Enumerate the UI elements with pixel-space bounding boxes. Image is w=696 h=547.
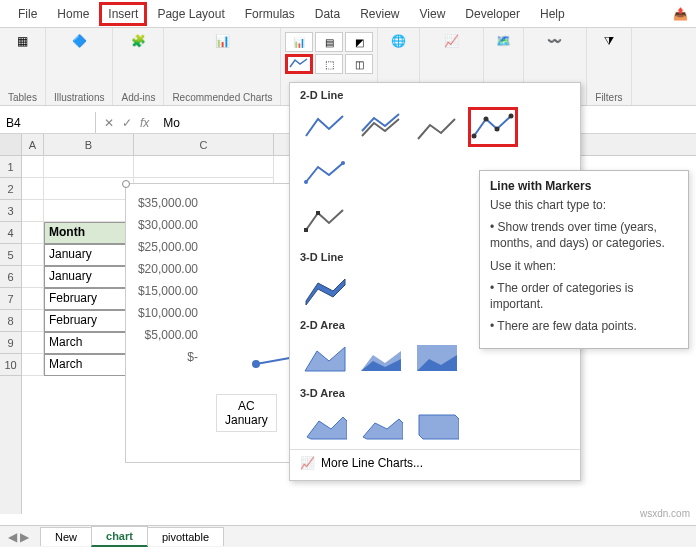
tab-view[interactable]: View xyxy=(410,2,456,26)
tab-insert[interactable]: Insert xyxy=(99,2,147,26)
addins-button[interactable]: 🧩 xyxy=(127,32,150,50)
col-header[interactable]: A xyxy=(22,134,44,155)
month-cell[interactable]: January xyxy=(44,244,134,266)
tables-button[interactable]: ▦ xyxy=(13,32,32,50)
stacked-line-option[interactable] xyxy=(356,107,406,147)
name-box[interactable]: B4 xyxy=(0,112,96,133)
svg-point-5 xyxy=(509,114,514,119)
group-recommended: 📊 Recommended Charts xyxy=(164,28,281,105)
month-header-cell[interactable]: Month xyxy=(44,222,134,244)
recommended-charts-button[interactable]: 📊 xyxy=(211,32,234,50)
row-headers: 1 2 3 4 5 6 7 8 9 10 xyxy=(0,134,22,514)
confirm-icon[interactable]: ✓ xyxy=(122,116,132,130)
stacked-area-option[interactable] xyxy=(356,337,406,377)
line-chart-icon xyxy=(289,57,309,71)
globe-icon: 🌐 xyxy=(391,34,406,48)
100-stacked-line-option[interactable] xyxy=(412,107,462,147)
3d-stacked-area-option[interactable] xyxy=(356,405,406,445)
maps-button[interactable]: 🌐 xyxy=(387,32,410,50)
table-icon: ▦ xyxy=(17,34,28,48)
area-chart-option[interactable] xyxy=(300,337,350,377)
chart-legend: AC January xyxy=(216,394,277,432)
pivotchart-button[interactable]: 📈 xyxy=(440,32,463,50)
row-header[interactable]: 3 xyxy=(0,200,21,222)
addin-icon: 🧩 xyxy=(131,34,146,48)
group-illustrations: 🔷 Illustrations xyxy=(46,28,114,105)
month-cell[interactable]: March xyxy=(44,332,134,354)
map3d-icon: 🗺️ xyxy=(496,34,511,48)
sheet-nav-icons[interactable]: ◀ ▶ xyxy=(8,530,29,544)
sheet-tab-chart[interactable]: chart xyxy=(91,526,148,547)
tab-review[interactable]: Review xyxy=(350,2,409,26)
row-header[interactable]: 10 xyxy=(0,354,21,376)
section-3d-area: 3-D Area xyxy=(290,381,580,401)
tooltip-bullet: • There are few data points. xyxy=(490,318,678,334)
group-filters: ⧩ Filters xyxy=(587,28,631,105)
combo-chart-button[interactable]: ◫ xyxy=(345,54,373,74)
illustrations-button[interactable]: 🔷 xyxy=(68,32,91,50)
month-cell[interactable]: March xyxy=(44,354,134,376)
pivot-icon: 📈 xyxy=(444,34,459,48)
row-header[interactable]: 6 xyxy=(0,266,21,288)
row-header[interactable]: 9 xyxy=(0,332,21,354)
tab-file[interactable]: File xyxy=(8,2,47,26)
100-stacked-markers-option[interactable] xyxy=(300,201,350,241)
stat-chart-button[interactable]: ⬚ xyxy=(315,54,343,74)
svg-rect-8 xyxy=(304,228,308,232)
month-cell[interactable]: February xyxy=(44,288,134,310)
row-header[interactable]: 4 xyxy=(0,222,21,244)
tab-help[interactable]: Help xyxy=(530,2,575,26)
row-header[interactable]: 2 xyxy=(0,178,21,200)
tab-page-layout[interactable]: Page Layout xyxy=(147,2,234,26)
sparklines-button[interactable]: 〰️ xyxy=(543,32,566,50)
sparkline-icon: 〰️ xyxy=(547,34,562,48)
bar-chart-button[interactable]: ▤ xyxy=(315,32,343,52)
row-header[interactable]: 5 xyxy=(0,244,21,266)
svg-point-4 xyxy=(495,127,500,132)
filters-button[interactable]: ⧩ xyxy=(600,32,618,50)
fx-controls: ✕ ✓ fx xyxy=(96,116,157,130)
3d-button[interactable]: 🗺️ xyxy=(492,32,515,50)
shapes-icon: 🔷 xyxy=(72,34,87,48)
line-chart-button[interactable] xyxy=(285,54,313,74)
row-header[interactable]: 1 xyxy=(0,156,21,178)
svg-point-1 xyxy=(252,360,260,368)
select-all-corner[interactable] xyxy=(0,134,21,156)
row-header[interactable]: 7 xyxy=(0,288,21,310)
3d-100-area-option[interactable] xyxy=(412,405,462,445)
tab-data[interactable]: Data xyxy=(305,2,350,26)
month-cell[interactable]: February xyxy=(44,310,134,332)
svg-marker-16 xyxy=(307,417,347,439)
tab-formulas[interactable]: Formulas xyxy=(235,2,305,26)
stacked-line-markers-option[interactable] xyxy=(300,153,350,193)
tab-developer[interactable]: Developer xyxy=(455,2,530,26)
100-stacked-area-option[interactable] xyxy=(412,337,462,377)
share-icon[interactable]: 📤 xyxy=(673,7,688,21)
row-header[interactable]: 8 xyxy=(0,310,21,332)
svg-point-7 xyxy=(341,161,345,165)
sheet-tab-new[interactable]: New xyxy=(40,527,92,546)
sheet-tab-bar: ◀ ▶ New chart pivottable xyxy=(0,525,696,547)
col-header[interactable]: C xyxy=(134,134,274,155)
line-chart-option[interactable] xyxy=(300,107,350,147)
group-addins-label: Add-ins xyxy=(121,92,155,103)
group-addins: 🧩 Add-ins xyxy=(113,28,164,105)
tooltip-usewhen: Use it when: xyxy=(490,258,678,274)
tooltip-bullet: • The order of categories is important. xyxy=(490,280,678,312)
group-filters-label: Filters xyxy=(595,92,622,103)
tab-home[interactable]: Home xyxy=(47,2,99,26)
svg-point-6 xyxy=(304,180,308,184)
3d-area-option[interactable] xyxy=(300,405,350,445)
fx-icon[interactable]: fx xyxy=(140,116,149,130)
month-cell[interactable]: January xyxy=(44,266,134,288)
more-line-charts[interactable]: 📈 More Line Charts... xyxy=(290,449,580,476)
3d-line-option[interactable] xyxy=(300,269,350,309)
chart-magnifier-icon: 📊 xyxy=(215,34,230,48)
cancel-icon[interactable]: ✕ xyxy=(104,116,114,130)
line-with-markers-option[interactable] xyxy=(468,107,518,147)
tooltip-lead: Use this chart type to: xyxy=(490,197,678,213)
col-header[interactable]: B xyxy=(44,134,134,155)
hierarchy-chart-button[interactable]: ◩ xyxy=(345,32,373,52)
sheet-tab-pivottable[interactable]: pivottable xyxy=(147,527,224,546)
column-chart-button[interactable]: 📊 xyxy=(285,32,313,52)
